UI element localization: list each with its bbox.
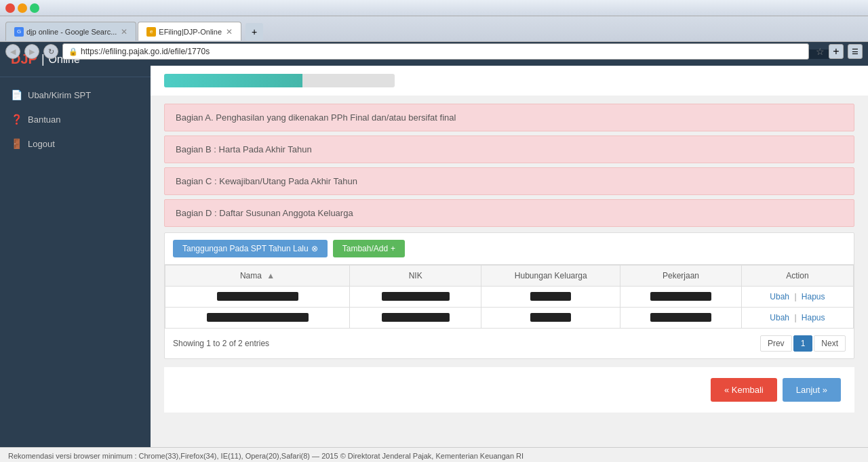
sidebar-nav: 📄 Ubah/Kirim SPT ❓ Bantuan 🚪 Logout [0,77,151,161]
tambah-label: Tambah/Add [342,244,388,253]
section-d-label: Bagian D : Daftar Susunan Anggota Keluar… [176,208,353,218]
tab-google-label: djp online - Google Searc... [26,28,117,36]
data-table: Nama ▲ NIK Hubungan Keluarga Pekerjaan [165,265,854,329]
section-a-label: Bagian A. Penghasilan yang dikenakan PPh… [176,112,456,123]
content-area: Bagian A. Penghasilan yang dikenakan PPh… [151,96,868,426]
action-sep-1: | [794,292,796,301]
ubah-link-2[interactable]: Ubah [770,313,789,322]
table-footer: Showing 1 to 2 of 2 entries Prev 1 Next [165,329,854,358]
section-b-label: Bagian B : Harta Pada Akhir Tahun [176,144,312,154]
tambah-icon: + [391,244,395,253]
hapus-link-2[interactable]: Hapus [802,313,825,322]
sidebar-label-ubah-kirim: Ubah/Kirim SPT [28,90,91,100]
document-icon: 📄 [11,89,22,100]
section-b[interactable]: Bagian B : Harta Pada Akhir Tahun [164,135,854,163]
sidebar-item-logout[interactable]: 🚪 Logout [0,131,151,156]
kembali-button[interactable]: « Kembali [711,378,777,402]
chrome-menu-button[interactable]: ☰ [848,44,863,59]
cell-nik-1 [350,286,481,307]
cell-nama-2 [165,307,350,328]
redacted-hubungan-1 [530,292,571,301]
redacted-pekerjaan-1 [650,292,711,301]
tanggungan-btn-icon: ⊗ [311,244,318,253]
col-action: Action [741,265,853,286]
cell-action-2: Ubah | Hapus [741,307,853,328]
forward-button[interactable]: ▶ [24,44,39,59]
col-nama[interactable]: Nama ▲ [165,265,350,286]
sidebar-label-bantuan: Bantuan [28,114,60,125]
refresh-button[interactable]: ↻ [43,44,58,59]
tab-close-djp[interactable]: ✕ [226,27,233,37]
tab-favicon-djp: e [146,27,156,37]
cell-pekerjaan-1 [620,286,742,307]
cell-hubungan-1 [481,286,620,307]
prev-button[interactable]: Prev [760,335,792,352]
tanggungan-btn-label: Tanggungan Pada SPT Tahun Lalu [182,244,309,253]
next-button[interactable]: Next [814,335,846,352]
lanjut-button[interactable]: Lanjut » [783,378,841,402]
bookmark-star-icon[interactable]: ☆ [816,46,825,57]
footer-text: Rekomendasi versi browser minimum : Chro… [8,452,524,460]
hapus-link-1[interactable]: Hapus [802,292,825,301]
cell-nama-1 [165,286,350,307]
cell-action-1: Ubah | Hapus [741,286,853,307]
tanggungan-spt-button[interactable]: Tanggungan Pada SPT Tahun Lalu ⊗ [173,240,328,257]
tab-close-google[interactable]: ✕ [121,27,127,37]
action-sep-2: | [794,313,796,322]
tab-djp-label: EFiling|DJP-Online [159,28,222,36]
sidebar-item-ubah-kirim[interactable]: 📄 Ubah/Kirim SPT [0,83,151,107]
back-button[interactable]: ◀ [5,44,20,59]
col-hubungan[interactable]: Hubungan Keluarga [481,265,620,286]
redacted-nik-2 [382,313,450,322]
tanggungan-header: Tanggungan Pada SPT Tahun Lalu ⊗ Tambah/… [165,233,854,265]
ubah-link-1[interactable]: Ubah [770,292,789,301]
showing-text: Showing 1 to 2 of 2 entries [173,339,269,348]
logout-icon: 🚪 [11,138,22,149]
footer-bar: Rekomendasi versi browser minimum : Chro… [0,447,868,462]
section-c[interactable]: Bagian C : Kewajiban/Utang Pada Akhir Ta… [164,167,854,195]
tambah-add-button[interactable]: Tambah/Add + [333,240,405,257]
sidebar-item-bantuan[interactable]: ❓ Bantuan [0,107,151,131]
help-icon: ❓ [11,114,22,125]
extensions-button[interactable]: + [829,44,844,59]
table-row: Ubah | Hapus [165,307,854,328]
col-pekerjaan[interactable]: Pekerjaan [620,265,742,286]
bottom-actions: « Kembali Lanjut » [164,367,854,413]
progress-bar-outer [164,74,395,87]
redacted-nama-2 [207,313,309,322]
progress-area [151,66,868,96]
cell-hubungan-2 [481,307,620,328]
section-c-label: Bagian C : Kewajiban/Utang Pada Akhir Ta… [176,176,357,186]
ssl-lock-icon: 🔒 [68,47,78,56]
cell-nik-2 [350,307,481,328]
cell-pekerjaan-2 [620,307,742,328]
sidebar: DJP | Online 📄 Ubah/Kirim SPT ❓ Bantuan … [0,42,151,447]
redacted-nik-1 [382,292,450,301]
table-row: Ubah | Hapus [165,286,854,307]
new-tab-button[interactable]: + [245,23,263,41]
section-d[interactable]: Bagian D : Daftar Susunan Anggota Keluar… [164,199,854,227]
address-bar-url: https://efiling.pajak.go.id/efile/1770s [81,47,210,56]
pagination: Prev 1 Next [760,335,846,352]
progress-bar-inner [164,74,302,87]
redacted-hubungan-2 [530,313,571,322]
tanggungan-section: Tanggungan Pada SPT Tahun Lalu ⊗ Tambah/… [164,232,854,359]
main-content: 🇬🇧 Language / Bahasa ▼ Welcome, ▼ Bagian… [151,42,868,447]
redacted-pekerjaan-2 [650,313,711,322]
tab-google[interactable]: G djp online - Google Searc... ✕ [5,22,136,41]
page-1-button[interactable]: 1 [793,335,813,352]
tab-favicon-google: G [14,27,24,37]
sidebar-label-logout: Logout [28,139,55,149]
sort-icon: ▲ [267,271,275,280]
col-nik[interactable]: NIK [350,265,481,286]
section-a[interactable]: Bagian A. Penghasilan yang dikenakan PPh… [164,104,854,131]
redacted-nama-1 [217,292,298,301]
tab-djp[interactable]: e EFiling|DJP-Online ✕ [138,22,241,41]
